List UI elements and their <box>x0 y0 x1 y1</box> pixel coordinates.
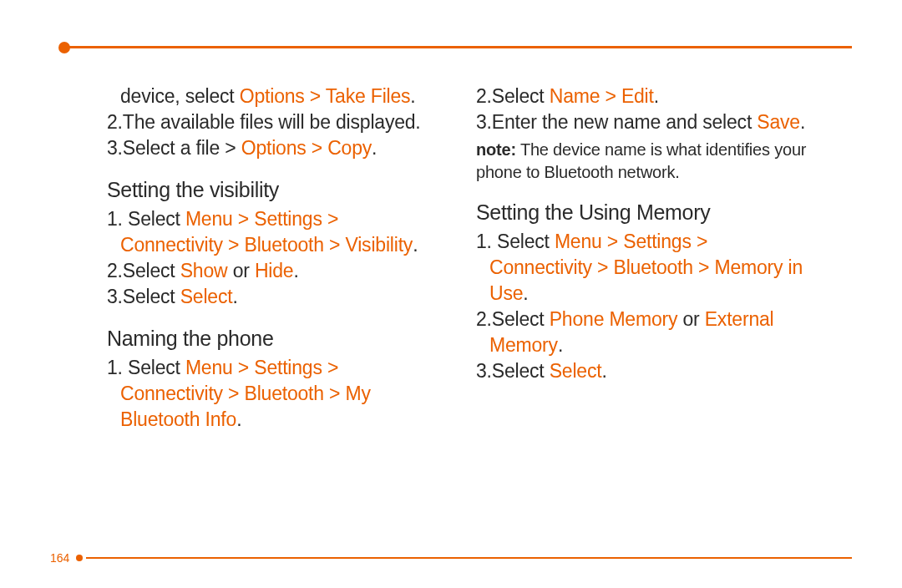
heading-memory: Setting the Using Memory <box>476 199 812 227</box>
text-fragment: . <box>372 137 377 159</box>
text-fragment: . <box>236 408 241 430</box>
text-fragment: . <box>558 334 563 356</box>
text-fragment: Select <box>492 308 550 330</box>
keyword: Name > Edit <box>550 85 654 107</box>
header-rule <box>65 46 852 48</box>
footer: 164 <box>50 551 852 565</box>
mem-step-3: 3.Select Select. <box>476 358 812 384</box>
heading-visibility: Setting the visibility <box>107 176 443 205</box>
step-number: 2. <box>476 308 492 330</box>
note: note: The device name is what identifies… <box>476 139 812 184</box>
vis-step-2: 2.Select Show or Hide. <box>107 258 443 284</box>
text-fragment: Select <box>492 360 550 382</box>
text-fragment: . <box>232 286 237 307</box>
text-fragment: or <box>227 260 254 281</box>
right-column: 2.Select Name > Edit. 3.Enter the new na… <box>476 84 812 433</box>
step-number: 3. <box>476 360 492 382</box>
vis-step-1: 1. Select Menu > Settings > Connectivity… <box>107 206 443 258</box>
vis-step-3: 3.Select Select. <box>107 284 443 310</box>
step-number: 3. <box>107 137 123 159</box>
text-fragment: . <box>654 85 659 107</box>
keyword: Options > Copy <box>241 137 372 159</box>
intro-step-1: device, select Options > Take Files. <box>107 84 443 109</box>
note-label: note: <box>476 140 516 159</box>
text-fragment: Select a file > <box>123 137 241 159</box>
text-fragment: . <box>523 282 528 304</box>
step-number: 2. <box>107 260 123 281</box>
page-number: 164 <box>50 551 69 565</box>
heading-naming: Naming the phone <box>107 325 443 353</box>
text-fragment: . <box>410 85 415 107</box>
text-fragment: . <box>601 360 606 382</box>
naming-step-2: 2.Select Name > Edit. <box>476 84 812 109</box>
header-dot-icon <box>58 42 70 53</box>
intro-step-3: 3.Select a file > Options > Copy. <box>107 135 443 161</box>
step-number: 3. <box>476 111 492 133</box>
naming-step-1: 1. Select Menu > Settings > Connectivity… <box>107 355 443 433</box>
text-fragment: . <box>413 234 418 256</box>
mem-step-2: 2.Select Phone Memory or External Memory… <box>476 307 812 358</box>
text-fragment: Select <box>128 357 185 378</box>
left-column: device, select Options > Take Files. 2.T… <box>107 84 443 433</box>
step-number: 1. <box>107 208 128 230</box>
text-fragment: Enter the new name and select <box>492 111 757 133</box>
text-fragment: . <box>293 260 298 281</box>
step-number: 2. <box>107 111 123 133</box>
keyword: Save <box>757 111 800 133</box>
step-number: 3. <box>107 286 123 307</box>
keyword: Hide <box>255 260 294 281</box>
step-number: 2. <box>476 85 492 107</box>
text-fragment: Select <box>128 208 185 230</box>
text-fragment: Select <box>497 231 555 252</box>
text-fragment: The available files will be displayed. <box>123 111 421 133</box>
intro-step-2: 2.The available files will be displayed. <box>107 109 443 135</box>
keyword: Options > Take Files <box>240 85 411 107</box>
text-fragment: . <box>800 111 805 133</box>
keyword: Show <box>180 260 228 281</box>
text-fragment: or <box>677 308 704 330</box>
keyword: Select <box>550 360 602 382</box>
text-fragment: Select <box>492 85 550 107</box>
note-text: The device name is what identifies your … <box>476 140 806 181</box>
step-number: 1. <box>476 231 497 252</box>
keyword: Phone Memory <box>550 308 678 330</box>
mem-step-1: 1. Select Menu > Settings > Connectivity… <box>476 229 812 307</box>
naming-step-3: 3.Enter the new name and select Save. <box>476 109 812 135</box>
text-fragment: device, select <box>120 85 240 107</box>
page-columns: device, select Options > Take Files. 2.T… <box>50 46 852 433</box>
keyword: Select <box>180 286 233 307</box>
footer-rule <box>86 557 852 559</box>
step-number: 1. <box>107 357 128 378</box>
footer-dot-icon <box>76 555 83 561</box>
text-fragment: Select <box>123 260 180 281</box>
text-fragment: Select <box>123 286 180 307</box>
